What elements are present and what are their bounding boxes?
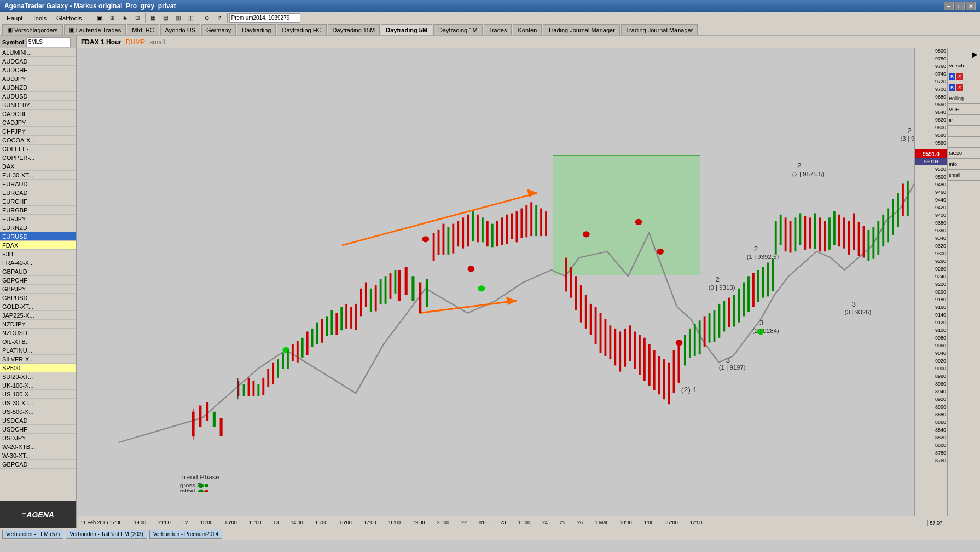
symbol-row[interactable]: GBPCHF — [0, 276, 76, 285]
tab-trading-journal-1[interactable]: Trading Journal Manager — [543, 24, 620, 35]
menu-tools[interactable]: Tools — [28, 14, 51, 22]
symbol-row[interactable]: US-100-X... — [0, 390, 76, 399]
symbol-row[interactable]: W-30-XT... — [0, 451, 76, 460]
symbol-row[interactable]: F3B — [0, 250, 76, 258]
symbol-row[interactable]: CADCHF — [0, 110, 76, 118]
price-9060: 9060 — [935, 343, 946, 348]
symbol-row[interactable]: EURGBP — [0, 206, 76, 215]
symbol-row[interactable]: AUDCAD — [0, 57, 76, 66]
vorsch-button[interactable]: Vorsch — [948, 60, 980, 71]
symbol-row[interactable]: DAX — [0, 162, 76, 171]
toolbar-btn-7[interactable]: ▥ — [172, 12, 184, 24]
chart-canvas[interactable]: 2 (2 | 9575.5) 2 (3 | 9657.5) 2 (1 | 939… — [77, 48, 914, 492]
symbol-row[interactable]: BUND10Y... — [0, 101, 76, 110]
toolbar-btn-3[interactable]: ◈ — [119, 12, 131, 24]
username-input[interactable] — [229, 13, 300, 23]
close-button[interactable]: ✕ — [966, 2, 976, 10]
minimize-button[interactable]: − — [944, 2, 954, 10]
toolbar-btn-1[interactable]: ▣ — [94, 12, 106, 24]
symbol-row[interactable]: GBPUSD — [0, 294, 76, 302]
tab-trades[interactable]: Trades — [484, 24, 512, 35]
symbol-row[interactable]: COFFEE-... — [0, 145, 76, 153]
symbol-row[interactable]: EURNZD — [0, 223, 76, 232]
candle — [795, 217, 797, 251]
symbol-row[interactable]: GBPCAD — [0, 460, 76, 469]
tab-daytrading-5m[interactable]: Daytrading 5M — [381, 24, 432, 35]
symbol-row[interactable]: FRA-40-X... — [0, 258, 76, 267]
symbol-row[interactable]: EURAUD — [0, 180, 76, 188]
bs-button-2[interactable]: B S — [948, 82, 980, 93]
symbol-row[interactable]: AUDCHF — [0, 66, 76, 74]
timeframe-input[interactable] — [27, 37, 71, 47]
symbol-row[interactable]: AUDUSD — [0, 92, 76, 101]
mc20-button[interactable]: MC20 — [948, 148, 980, 159]
play-button[interactable]: ▶ — [972, 50, 978, 59]
tab-trading-journal-2[interactable]: Trading Journal Manager — [621, 24, 698, 35]
price-9320: 9320 — [935, 243, 946, 249]
symbol-row-eurusd[interactable]: EURUSD — [0, 232, 76, 241]
symbol-row[interactable]: AUDJPY — [0, 74, 76, 83]
symbol-row[interactable]: ALUMINI... — [0, 48, 76, 57]
info-button[interactable]: Info — [948, 159, 980, 170]
symbol-row[interactable]: EURJPY — [0, 215, 76, 223]
symbol-row-sp500[interactable]: SP500 — [0, 364, 76, 372]
symbol-row[interactable]: W-20-XTB... — [0, 442, 76, 451]
symbol-row[interactable]: EURCHF — [0, 197, 76, 206]
candle — [868, 230, 870, 261]
symbol-row[interactable]: USDJPY — [0, 434, 76, 442]
symbol-row[interactable]: CADJPY — [0, 118, 76, 127]
maximize-button[interactable]: □ — [955, 2, 965, 10]
bolling-button[interactable]: Bolling — [948, 93, 980, 104]
symbol-row[interactable]: USDCAD — [0, 416, 76, 425]
small-button[interactable]: small — [948, 170, 980, 181]
tab-konten[interactable]: Konten — [513, 24, 542, 35]
symbol-row[interactable]: GOLD-XT... — [0, 302, 76, 311]
toolbar-btn-5[interactable]: ▦ — [147, 12, 159, 24]
toolbar-btn-2[interactable]: ⊞ — [106, 12, 118, 24]
price-9180: 9180 — [935, 297, 946, 302]
symbol-row[interactable]: SUI20-XT... — [0, 372, 76, 381]
trendline-lower — [419, 301, 517, 313]
symbol-row[interactable]: UK-100-X... — [0, 381, 76, 390]
toolbar-btn-4[interactable]: ⊡ — [131, 12, 143, 24]
symbol-row[interactable]: PLATINU... — [0, 346, 76, 355]
symbol-row[interactable]: AUDNZD — [0, 83, 76, 92]
tab-mfd-hc[interactable]: Mfd. HC — [127, 24, 159, 35]
tab-ayondo-us[interactable]: Ayondo US — [160, 24, 200, 35]
tab-daytrading-hc[interactable]: Daytrading HC — [277, 24, 326, 35]
tab-germany[interactable]: Germany — [201, 24, 236, 35]
symbol-row[interactable]: GBPAUD — [0, 267, 76, 276]
symbol-row[interactable]: NZDUSD — [0, 329, 76, 337]
symbol-row[interactable]: US-500-X... — [0, 407, 76, 416]
symbol-row-fdax[interactable]: FDAX — [0, 241, 76, 250]
symbol-row[interactable]: GBPJPY — [0, 285, 76, 294]
symbol-row[interactable]: US-30-XT... — [0, 399, 76, 407]
tab-laufende-trades[interactable]: ▣ Laufende Trades — [64, 24, 126, 35]
tab-daytrading[interactable]: Daytrading — [237, 24, 276, 35]
symbol-row[interactable]: JAP225-X... — [0, 311, 76, 320]
voe-button[interactable]: VOE — [948, 104, 980, 115]
symbol-row[interactable]: SILVER-X... — [0, 355, 76, 364]
symbol-row[interactable]: OIL-XTB... — [0, 337, 76, 346]
symbol-row[interactable]: CHFJPY — [0, 127, 76, 136]
ib-button[interactable]: IB — [948, 115, 980, 126]
tab-vorschlagorders[interactable]: ▣ Vorschlagorders — [2, 24, 63, 35]
symbol-row[interactable]: COPPER-... — [0, 153, 76, 162]
tab-daytrading-15m[interactable]: Daytrading 15M — [328, 24, 380, 35]
symbol-row[interactable]: COCOA-X... — [0, 136, 76, 145]
candle — [785, 217, 787, 251]
menu-glatttools[interactable]: Glatttools — [52, 14, 86, 22]
toolbar-btn-8[interactable]: ◫ — [185, 12, 197, 24]
symbol-row[interactable]: NZDJPY — [0, 320, 76, 329]
tab-daytrading-1m[interactable]: Daytrading 1M — [433, 24, 483, 35]
toolbar-btn-10[interactable]: ↺ — [213, 12, 225, 24]
toolbar-btn-6[interactable]: ▤ — [160, 12, 172, 24]
price-9220: 9220 — [935, 281, 946, 287]
menu-haupt[interactable]: Haupt — [2, 14, 27, 22]
symbol-row[interactable]: EURCAD — [0, 188, 76, 197]
toolbar-btn-9[interactable]: ⊙ — [201, 12, 213, 24]
chart-symbol: FDAX 1 Hour — [81, 38, 121, 46]
symbol-row[interactable]: EU-30-XT... — [0, 171, 76, 180]
bs-button-1[interactable]: B S — [948, 71, 980, 82]
symbol-row[interactable]: USDCHF — [0, 425, 76, 434]
